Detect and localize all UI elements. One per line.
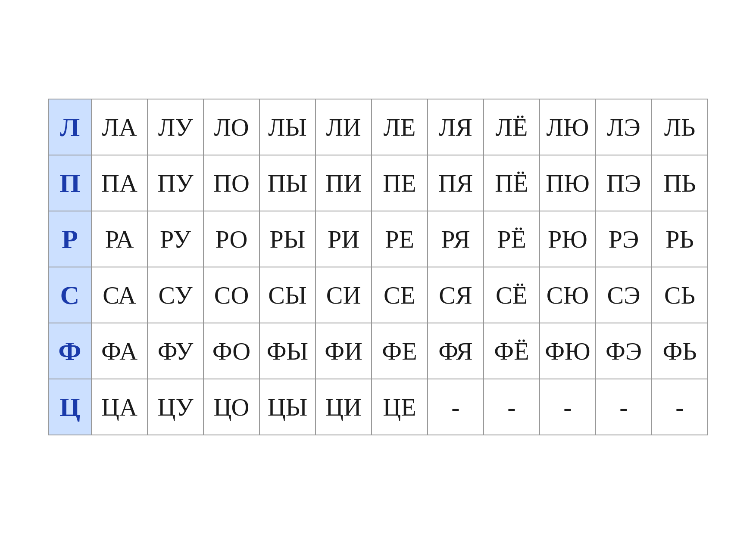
cell-4-7: ФЁ xyxy=(484,323,540,379)
cell-3-2: СО xyxy=(203,267,259,323)
cell-2-5: РЕ xyxy=(372,211,428,267)
cell-4-5: ФЕ xyxy=(372,323,428,379)
cell-2-2: РО xyxy=(203,211,259,267)
cell-1-8: ПЮ xyxy=(540,155,596,211)
cell-4-2: ФО xyxy=(203,323,259,379)
cell-1-7: ПЁ xyxy=(484,155,540,211)
cell-0-10: ЛЬ xyxy=(652,99,708,155)
cell-2-0: РА xyxy=(91,211,147,267)
cell-5-10: - xyxy=(652,379,708,435)
cell-2-10: РЬ xyxy=(652,211,708,267)
cell-1-10: ПЬ xyxy=(652,155,708,211)
main-container: ЛЛАЛУЛОЛЫЛИЛЕЛЯЛЁЛЮЛЭЛЬППАПУПОПЫПИПЕПЯПЁ… xyxy=(48,99,708,435)
cell-4-8: ФЮ xyxy=(540,323,596,379)
cell-0-8: ЛЮ xyxy=(540,99,596,155)
cell-5-9: - xyxy=(596,379,652,435)
cell-2-7: РЁ xyxy=(484,211,540,267)
syllable-table: ЛЛАЛУЛОЛЫЛИЛЕЛЯЛЁЛЮЛЭЛЬППАПУПОПЫПИПЕПЯПЁ… xyxy=(48,99,708,435)
cell-0-4: ЛИ xyxy=(316,99,372,155)
row-header-4: Ф xyxy=(48,323,91,379)
cell-0-2: ЛО xyxy=(203,99,259,155)
row-header-2: Р xyxy=(48,211,91,267)
cell-3-8: СЮ xyxy=(540,267,596,323)
cell-2-1: РУ xyxy=(147,211,203,267)
cell-1-2: ПО xyxy=(203,155,259,211)
cell-1-5: ПЕ xyxy=(372,155,428,211)
cell-2-6: РЯ xyxy=(428,211,484,267)
cell-0-3: ЛЫ xyxy=(259,99,316,155)
cell-0-9: ЛЭ xyxy=(596,99,652,155)
cell-5-5: ЦЕ xyxy=(372,379,428,435)
cell-2-3: РЫ xyxy=(259,211,316,267)
cell-4-3: ФЫ xyxy=(259,323,316,379)
cell-0-7: ЛЁ xyxy=(484,99,540,155)
cell-5-3: ЦЫ xyxy=(259,379,316,435)
cell-1-1: ПУ xyxy=(147,155,203,211)
cell-1-6: ПЯ xyxy=(428,155,484,211)
cell-1-0: ПА xyxy=(91,155,147,211)
row-header-1: П xyxy=(48,155,91,211)
cell-0-1: ЛУ xyxy=(147,99,203,155)
cell-4-0: ФА xyxy=(91,323,147,379)
cell-2-4: РИ xyxy=(316,211,372,267)
cell-4-9: ФЭ xyxy=(596,323,652,379)
cell-0-6: ЛЯ xyxy=(428,99,484,155)
cell-1-4: ПИ xyxy=(316,155,372,211)
cell-3-1: СУ xyxy=(147,267,203,323)
row-header-0: Л xyxy=(48,99,91,155)
cell-5-7: - xyxy=(484,379,540,435)
cell-3-7: СЁ xyxy=(484,267,540,323)
cell-3-9: СЭ xyxy=(596,267,652,323)
cell-0-0: ЛА xyxy=(91,99,147,155)
cell-4-6: ФЯ xyxy=(428,323,484,379)
row-header-5: Ц xyxy=(48,379,91,435)
cell-5-8: - xyxy=(540,379,596,435)
cell-2-8: РЮ xyxy=(540,211,596,267)
cell-4-10: ФЬ xyxy=(652,323,708,379)
cell-4-1: ФУ xyxy=(147,323,203,379)
cell-3-0: СА xyxy=(91,267,147,323)
cell-4-4: ФИ xyxy=(316,323,372,379)
cell-3-5: СЕ xyxy=(372,267,428,323)
row-header-3: С xyxy=(48,267,91,323)
cell-3-10: СЬ xyxy=(652,267,708,323)
cell-3-4: СИ xyxy=(316,267,372,323)
cell-2-9: РЭ xyxy=(596,211,652,267)
cell-1-3: ПЫ xyxy=(259,155,316,211)
cell-3-6: СЯ xyxy=(428,267,484,323)
cell-5-0: ЦА xyxy=(91,379,147,435)
cell-5-1: ЦУ xyxy=(147,379,203,435)
cell-5-2: ЦО xyxy=(203,379,259,435)
cell-3-3: СЫ xyxy=(259,267,316,323)
cell-5-6: - xyxy=(428,379,484,435)
cell-1-9: ПЭ xyxy=(596,155,652,211)
cell-0-5: ЛЕ xyxy=(372,99,428,155)
cell-5-4: ЦИ xyxy=(316,379,372,435)
